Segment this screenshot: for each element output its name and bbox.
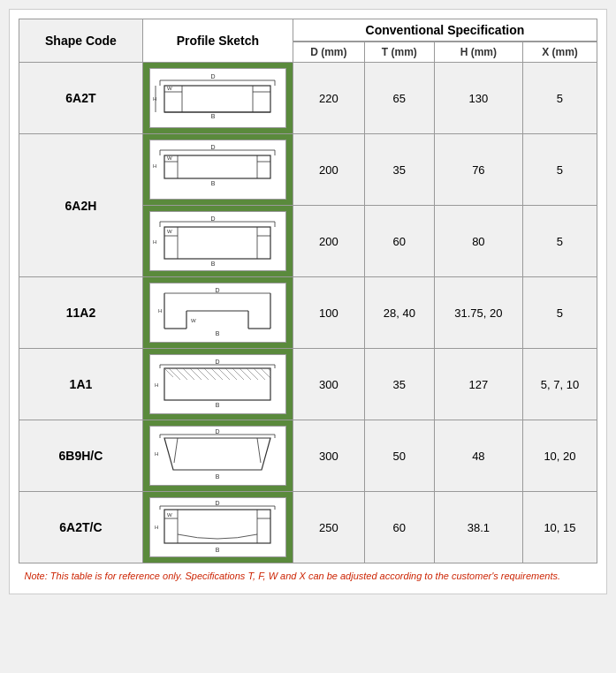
svg-rect-86: [164, 510, 270, 543]
svg-text:W: W: [167, 155, 172, 161]
note-text: Note: This table is for reference only. …: [19, 563, 597, 586]
x-value: 5: [522, 63, 597, 134]
svg-text:H: H: [155, 525, 158, 530]
svg-text:H: H: [155, 382, 158, 388]
svg-text:D: D: [216, 359, 220, 365]
sketch-6b9hc: D B H: [149, 426, 286, 486]
svg-text:H: H: [155, 451, 158, 457]
x-value: 10, 20: [522, 420, 597, 492]
svg-line-63: [218, 368, 230, 380]
d-value: 200: [293, 134, 364, 206]
svg-text:H: H: [153, 239, 156, 245]
h-value: 31.75, 20: [434, 277, 522, 349]
shape-code: 6A2T: [19, 63, 143, 134]
profile-sketch: D B H: [142, 420, 293, 492]
profile-sketch: D B: [142, 63, 293, 134]
svg-line-56: [169, 368, 180, 380]
d-value: 100: [293, 277, 364, 349]
svg-text:D: D: [211, 144, 216, 150]
shape-code: 6A2T/C: [19, 492, 143, 563]
col-header-conv-spec: Conventional Specification: [293, 19, 597, 42]
svg-line-65: [232, 368, 244, 380]
h-value: 48: [434, 420, 522, 492]
sketch-6a2h-2: D B W H: [149, 211, 286, 271]
d-value: 250: [293, 492, 364, 563]
svg-line-58: [183, 368, 194, 380]
x-value: 5: [522, 134, 597, 206]
shape-code: 6A2H: [19, 134, 143, 277]
table-row: 6A2H D B: [19, 134, 597, 206]
profile-sketch: D: [142, 349, 293, 420]
h-value: 80: [434, 206, 522, 277]
col-header-d: D (mm): [293, 42, 364, 63]
t-value: 35: [364, 349, 434, 420]
svg-text:B: B: [216, 402, 220, 408]
svg-text:B: B: [216, 473, 220, 480]
svg-text:H: H: [153, 96, 156, 102]
table-row: 1A1 D: [19, 349, 597, 420]
svg-line-59: [190, 368, 202, 380]
svg-line-55: [164, 368, 173, 377]
profile-sketch: D B H W: [142, 277, 293, 349]
svg-rect-4: [164, 86, 270, 112]
spec-table: Shape Code Profile Sketch Conventional S…: [19, 19, 597, 585]
h-value: 76: [434, 134, 522, 206]
t-value: 28, 40: [364, 277, 434, 349]
profile-sketch: D B W H: [142, 134, 293, 206]
svg-line-57: [176, 368, 187, 380]
svg-line-67: [247, 368, 258, 380]
svg-text:W: W: [167, 512, 172, 518]
col-header-profile: Profile Sketch: [142, 19, 293, 63]
svg-text:D: D: [216, 287, 220, 293]
col-header-shape-code: Shape Code: [19, 19, 143, 63]
table-row: 6A2T/C D: [19, 492, 597, 563]
svg-line-66: [240, 368, 251, 380]
svg-text:B: B: [211, 180, 216, 186]
h-value: 38.1: [434, 492, 522, 563]
table-row: 11A2 D: [19, 277, 597, 349]
svg-line-60: [197, 368, 209, 380]
shape-code: 1A1: [19, 349, 143, 420]
page-wrapper: Shape Code Profile Sketch Conventional S…: [9, 9, 607, 594]
sketch-1a1: D: [149, 354, 286, 414]
profile-sketch: D B H W: [142, 492, 293, 563]
t-value: 65: [364, 63, 434, 134]
d-value: 200: [293, 206, 364, 277]
shape-code: 6B9H/C: [19, 420, 143, 492]
svg-line-79: [257, 438, 261, 463]
svg-marker-77: [164, 438, 270, 470]
svg-line-68: [254, 368, 265, 380]
svg-text:H: H: [153, 163, 156, 169]
t-value: 50: [364, 420, 434, 492]
svg-line-61: [204, 368, 216, 380]
shape-code: 11A2: [19, 277, 143, 349]
note-row: Note: This table is for reference only. …: [19, 563, 597, 586]
svg-text:H: H: [158, 308, 162, 314]
svg-rect-18: [164, 155, 270, 178]
svg-rect-30: [164, 227, 270, 259]
svg-text:B: B: [211, 261, 216, 267]
svg-line-64: [225, 368, 237, 380]
x-value: 5: [522, 277, 597, 349]
profile-sketch: D B W H: [142, 206, 293, 277]
t-value: 60: [364, 206, 434, 277]
h-value: 130: [434, 63, 522, 134]
sketch-6a2h-1: D B W H: [149, 140, 286, 200]
svg-text:W: W: [167, 229, 172, 234]
d-value: 300: [293, 349, 364, 420]
svg-text:W: W: [191, 318, 196, 323]
svg-line-78: [174, 438, 178, 463]
x-value: 5, 7, 10: [522, 349, 597, 420]
sketch-11a2: D B H W: [149, 283, 286, 343]
d-value: 220: [293, 63, 364, 134]
svg-rect-54: [164, 368, 270, 400]
col-header-h: H (mm): [434, 42, 522, 63]
svg-text:D: D: [211, 216, 216, 222]
t-value: 60: [364, 492, 434, 563]
table-row: 6A2T D: [19, 63, 597, 134]
svg-line-62: [211, 368, 223, 380]
col-header-x: X (mm): [522, 42, 597, 63]
t-value: 35: [364, 134, 434, 206]
svg-text:B: B: [211, 113, 216, 119]
h-value: 127: [434, 349, 522, 420]
